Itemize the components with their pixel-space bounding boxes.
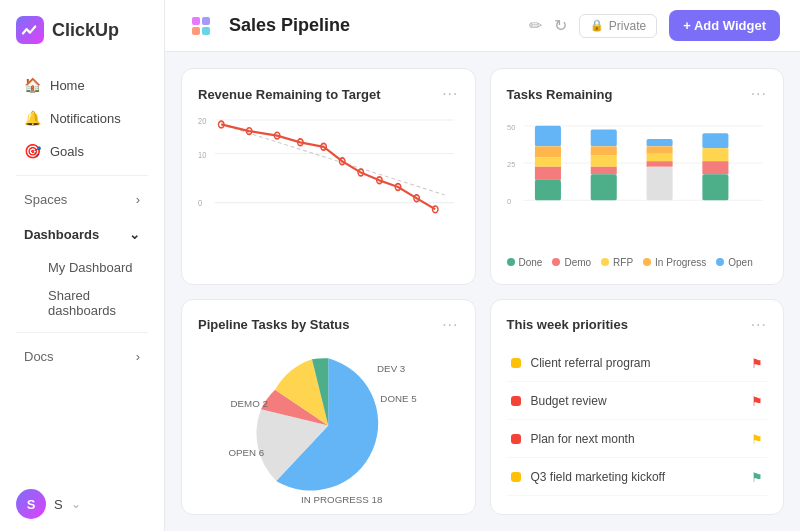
svg-rect-29 xyxy=(534,126,560,146)
priority-item-2: Plan for next month ⚑ xyxy=(507,422,768,458)
priority-left-0: Client referral program xyxy=(511,356,651,370)
priority-dot-1 xyxy=(511,396,521,406)
dashboard-grid: Revenue Remaining to Target ··· 20 10 0 xyxy=(165,52,800,531)
add-widget-button[interactable]: + Add Widget xyxy=(669,10,780,41)
rfp-dot xyxy=(601,258,609,266)
priority-dot-2 xyxy=(511,434,521,444)
refresh-icon[interactable]: ↻ xyxy=(554,16,567,35)
svg-rect-31 xyxy=(534,157,560,166)
done-dot xyxy=(507,258,515,266)
priority-left-1: Budget review xyxy=(511,394,607,408)
svg-text:DEMO 2: DEMO 2 xyxy=(231,398,268,409)
logo[interactable]: ClickUp xyxy=(0,0,164,60)
revenue-chart: 20 10 0 xyxy=(198,111,459,268)
dashboards-label: Dashboards xyxy=(24,227,99,242)
priority-text-3: Q3 field marketing kickoff xyxy=(531,470,666,484)
shared-dashboards-label: Shared dashboards xyxy=(48,288,116,318)
svg-rect-3 xyxy=(192,27,200,35)
rfp-label: RFP xyxy=(613,257,633,268)
sidebar-item-home-label: Home xyxy=(50,78,85,93)
demo-label: Demo xyxy=(564,257,591,268)
private-badge[interactable]: 🔒 Private xyxy=(579,14,657,38)
sidebar-item-goals[interactable]: 🎯 Goals xyxy=(8,135,156,167)
tasks-bar-chart-area: 50 25 0 xyxy=(507,111,768,268)
header-left: Sales Pipeline xyxy=(185,10,350,42)
svg-rect-30 xyxy=(534,146,560,157)
spaces-chevron-icon: › xyxy=(136,192,140,207)
svg-rect-36 xyxy=(590,156,616,167)
svg-text:10: 10 xyxy=(198,150,207,160)
user-avatar[interactable]: S xyxy=(16,489,46,519)
pipeline-menu-icon[interactable]: ··· xyxy=(442,316,458,334)
priority-item-1: Budget review ⚑ xyxy=(507,384,768,420)
svg-text:50: 50 xyxy=(507,123,515,132)
sidebar-item-my-dashboard[interactable]: My Dashboard xyxy=(8,254,156,281)
done-label: Done xyxy=(519,257,543,268)
page-title: Sales Pipeline xyxy=(229,15,350,36)
in-progress-label: In Progress xyxy=(655,257,706,268)
revenue-widget-header: Revenue Remaining to Target ··· xyxy=(198,85,459,103)
priority-flag-0: ⚑ xyxy=(751,356,763,371)
priority-item-3: Q3 field marketing kickoff ⚑ xyxy=(507,460,768,496)
priority-text-2: Plan for next month xyxy=(531,432,635,446)
bar-chart-legend: Done Demo RFP In Progress xyxy=(507,257,768,268)
svg-rect-35 xyxy=(590,146,616,155)
logo-text: ClickUp xyxy=(52,20,119,41)
priority-left-3: Q3 field marketing kickoff xyxy=(511,470,666,484)
tasks-menu-icon[interactable]: ··· xyxy=(751,85,767,103)
sidebar-item-home[interactable]: 🏠 Home xyxy=(8,69,156,101)
open-label: Open xyxy=(728,257,752,268)
svg-text:OPEN 6: OPEN 6 xyxy=(228,446,264,457)
revenue-title: Revenue Remaining to Target xyxy=(198,87,381,102)
svg-rect-41 xyxy=(646,154,672,161)
tasks-widget-header: Tasks Remaining ··· xyxy=(507,85,768,103)
home-icon: 🏠 xyxy=(24,77,40,93)
svg-text:DONE 5: DONE 5 xyxy=(380,392,417,403)
sidebar-item-notifications-label: Notifications xyxy=(50,111,121,126)
legend-open: Open xyxy=(716,257,752,268)
spaces-label: Spaces xyxy=(24,192,67,207)
docs-chevron-icon: › xyxy=(136,349,140,364)
priority-item-0: Client referral program ⚑ xyxy=(507,346,768,382)
pipeline-title: Pipeline Tasks by Status xyxy=(198,317,349,332)
tasks-remaining-widget: Tasks Remaining ··· 50 25 0 xyxy=(490,68,785,285)
sidebar: ClickUp 🏠 Home 🔔 Notifications 🎯 Goals S… xyxy=(0,0,165,531)
priorities-title: This week priorities xyxy=(507,317,628,332)
svg-rect-32 xyxy=(534,167,560,180)
avatar-initial: S xyxy=(27,497,36,512)
priorities-widget: This week priorities ··· Client referral… xyxy=(490,299,785,516)
goals-icon: 🎯 xyxy=(24,143,40,159)
sidebar-bottom: S S ⌄ xyxy=(0,477,164,531)
edit-icon[interactable]: ✏ xyxy=(529,16,542,35)
revenue-menu-icon[interactable]: ··· xyxy=(442,85,458,103)
priorities-menu-icon[interactable]: ··· xyxy=(751,316,767,334)
svg-rect-38 xyxy=(590,174,616,200)
tasks-title: Tasks Remaining xyxy=(507,87,613,102)
sidebar-divider-2 xyxy=(16,332,148,333)
svg-rect-42 xyxy=(646,161,672,167)
svg-text:0: 0 xyxy=(198,198,203,208)
priority-flag-2: ⚑ xyxy=(751,432,763,447)
sidebar-section-spaces[interactable]: Spaces › xyxy=(8,184,156,215)
svg-rect-1 xyxy=(192,17,200,25)
sidebar-section-dashboards[interactable]: Dashboards ⌄ xyxy=(8,219,156,250)
svg-rect-47 xyxy=(702,174,728,200)
svg-rect-2 xyxy=(202,17,210,25)
sidebar-section-docs[interactable]: Docs › xyxy=(8,341,156,372)
priority-flag-3: ⚑ xyxy=(751,470,763,485)
priority-dot-0 xyxy=(511,358,521,368)
priority-text-0: Client referral program xyxy=(531,356,651,370)
sidebar-item-notifications[interactable]: 🔔 Notifications xyxy=(8,102,156,134)
user-chevron-icon: ⌄ xyxy=(71,497,81,511)
main-content: Sales Pipeline ✏ ↻ 🔒 Private + Add Widge… xyxy=(165,0,800,531)
svg-rect-43 xyxy=(646,167,672,200)
sidebar-divider-1 xyxy=(16,175,148,176)
dashboards-chevron-icon: ⌄ xyxy=(129,227,140,242)
priority-left-2: Plan for next month xyxy=(511,432,635,446)
svg-rect-33 xyxy=(534,180,560,200)
dashboard-grid-icon xyxy=(185,10,217,42)
svg-rect-44 xyxy=(702,133,728,148)
sidebar-nav: 🏠 Home 🔔 Notifications 🎯 Goals Spaces › … xyxy=(0,60,164,477)
svg-text:25: 25 xyxy=(507,160,515,169)
sidebar-item-shared-dashboards[interactable]: Shared dashboards xyxy=(8,282,156,324)
